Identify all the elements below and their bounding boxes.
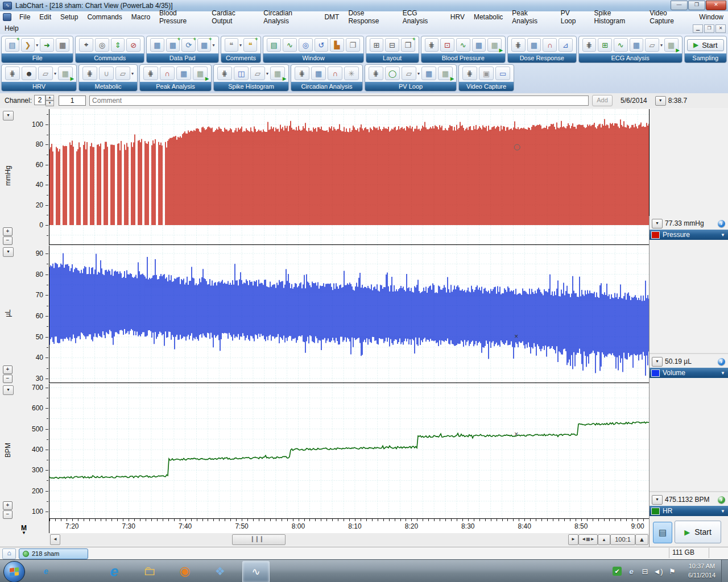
taskbar-ie-small-icon[interactable]: e xyxy=(33,561,59,581)
chart-view-icon[interactable]: ▤ xyxy=(267,38,281,52)
start-orb[interactable] xyxy=(3,561,25,582)
menu-commands[interactable]: Commands xyxy=(82,12,126,22)
bp-table-icon[interactable]: ▦ xyxy=(472,38,486,52)
ecg-table-icon[interactable]: ▦ xyxy=(630,38,644,52)
scroll-right-button[interactable]: ► xyxy=(568,534,578,545)
time-ratio-button[interactable]: 100:1 xyxy=(610,534,635,545)
volume-channel-button[interactable]: Volume ▼ xyxy=(650,368,728,378)
circ-table-icon[interactable]: ▦ xyxy=(311,66,326,80)
find-select-icon[interactable]: ◎ xyxy=(95,38,109,52)
data-pad-schedule-icon-caret[interactable]: ▾ xyxy=(212,43,214,48)
ecg-settings-icon[interactable]: ⋕ xyxy=(582,38,597,52)
find-icon[interactable]: ⌖ xyxy=(79,38,93,52)
mdi-close-button[interactable]: ✕ xyxy=(715,24,726,33)
hr-plot[interactable]: × xyxy=(49,384,650,519)
menu-macro[interactable]: Macro xyxy=(127,12,155,22)
ecg-run-icon[interactable]: ▦▶ xyxy=(664,38,679,52)
menu-help[interactable]: Help xyxy=(0,23,23,34)
tray-flag-icon[interactable]: ⚑ xyxy=(667,566,678,577)
add-comment-button[interactable]: Add xyxy=(592,95,613,106)
start-sampling-toolbar-button[interactable]: ▶Start xyxy=(687,39,724,51)
cascade-new-icon[interactable]: ❐+ xyxy=(401,38,415,52)
pv-settings-icon[interactable]: ⋕ xyxy=(369,66,383,80)
pv-loop-icon[interactable]: ◯ xyxy=(385,66,400,80)
ecg-wave-icon[interactable]: ∿ xyxy=(614,38,628,52)
add-comment-icon[interactable]: ❝+ xyxy=(243,38,257,52)
open-file-icon-caret[interactable]: ▾ xyxy=(36,43,38,48)
hrv-report-icon[interactable]: ▱ xyxy=(38,66,53,80)
pressure-info-icon[interactable]: i xyxy=(718,220,725,227)
circ-schedule-icon[interactable]: ✳ xyxy=(344,66,359,80)
tray-network-icon[interactable]: ⊟ xyxy=(639,566,651,577)
new-chart-icon[interactable]: ▤+ xyxy=(5,38,19,52)
zoom-out-button-pressure[interactable]: − xyxy=(3,236,13,245)
taskbar-media-player-icon[interactable]: ◉ xyxy=(172,561,198,581)
expand-time-button[interactable]: ▲ xyxy=(635,534,648,545)
spike-panels-icon[interactable]: ◫ xyxy=(234,66,249,80)
chart-view-mode-button[interactable]: ▤ xyxy=(653,522,672,543)
taskbar-clock[interactable]: 10:37 AM 6/11/2014 xyxy=(684,562,719,580)
marker-tool[interactable]: M ▼ xyxy=(19,524,28,534)
video-image-icon[interactable]: ▭ xyxy=(495,66,510,80)
hr-range-dropdown[interactable]: ▼ xyxy=(652,495,663,505)
bp-chart-icon[interactable]: ⊡ xyxy=(440,38,454,52)
circ-settings-icon[interactable]: ⋕ xyxy=(295,66,309,80)
taskbar-ie-icon[interactable]: e xyxy=(101,561,127,581)
start-sampling-button[interactable]: ▶ Start xyxy=(675,521,721,543)
spike-report-icon[interactable]: ▱ xyxy=(250,66,265,80)
zoom-in-button-pressure[interactable]: + xyxy=(3,227,13,236)
menu-metabolic[interactable]: Metabolic xyxy=(469,12,507,22)
channel-spin-up[interactable]: ▲ xyxy=(46,95,54,101)
met-report-icon[interactable]: ▱ xyxy=(115,66,130,80)
tray-update-icon[interactable]: e xyxy=(626,566,637,577)
peak-curve-icon[interactable]: ∩ xyxy=(160,66,175,80)
time-axis[interactable]: 7:207:307:407:508:008:108:208:308:408:50… xyxy=(49,518,650,534)
comments-view-icon-caret[interactable]: ▾ xyxy=(239,43,242,48)
time-dropdown-button[interactable]: ▼ xyxy=(655,96,666,106)
hr-channel-button[interactable]: HR ▼ xyxy=(650,506,728,516)
spike-report-icon-caret[interactable]: ▾ xyxy=(266,71,268,76)
menu-window[interactable]: Window xyxy=(694,12,728,22)
channel-number-field[interactable]: 2 xyxy=(34,95,46,105)
zoom-in-button-volume[interactable]: + xyxy=(3,365,13,374)
dr-plot-icon[interactable]: ⊿ xyxy=(559,38,573,52)
ecg-detect-icon[interactable]: ⊞ xyxy=(598,38,612,52)
peak-run-icon[interactable]: ▦▶ xyxy=(193,66,208,80)
dr-table-icon[interactable]: ▦ xyxy=(527,38,541,52)
close-button[interactable]: ✕ xyxy=(706,1,726,10)
dr-curve-icon[interactable]: ∩ xyxy=(543,38,557,52)
hrv-report-icon-caret[interactable]: ▾ xyxy=(54,71,56,76)
bp-wave-icon[interactable]: ∿ xyxy=(456,38,470,52)
pressure-plot[interactable] xyxy=(49,109,650,245)
video-camera-icon[interactable]: ▣ xyxy=(479,66,494,80)
compress-time-button[interactable]: ▴ xyxy=(598,534,610,545)
peak-settings-icon[interactable]: ⋕ xyxy=(143,66,158,80)
comment-number-field[interactable]: 1 xyxy=(59,95,86,106)
bp-run-icon[interactable]: ▦▶ xyxy=(487,38,502,52)
pressure-range-dropdown[interactable]: ▼ xyxy=(652,219,663,228)
scale-icon[interactable]: ⇕ xyxy=(111,38,125,52)
tray-volume-icon[interactable]: ◄) xyxy=(652,566,664,577)
volume-info-icon[interactable]: i xyxy=(718,358,725,365)
scroll-left-button[interactable]: ◄ xyxy=(50,534,60,545)
print-icon[interactable]: ▦ xyxy=(56,38,70,52)
mdi-restore-button[interactable]: ❐ xyxy=(704,24,714,33)
taskbar-labchart-icon[interactable]: ∿ xyxy=(242,561,270,582)
menu-dmt[interactable]: DMT xyxy=(320,12,344,22)
spike-settings-icon[interactable]: ⋕ xyxy=(217,66,232,80)
home-icon[interactable]: ⌂ xyxy=(2,548,16,559)
tile-grid-icon[interactable]: ⊞ xyxy=(370,38,384,52)
menu-setup[interactable]: Setup xyxy=(56,12,82,22)
volume-range-dropdown[interactable]: ▼ xyxy=(652,357,663,367)
xy-view-icon[interactable]: ↺ xyxy=(315,38,329,52)
taskbar-update-icon[interactable]: ❖ xyxy=(207,561,233,581)
taskbar-explorer-icon[interactable]: 🗀 xyxy=(136,561,163,581)
zoom-in-button-hr[interactable]: + xyxy=(3,501,13,510)
mdi-minimize-button[interactable]: ▁ xyxy=(693,24,703,33)
pv-table-icon[interactable]: ▦ xyxy=(421,66,436,80)
spike-run-icon[interactable]: ▦▶ xyxy=(270,66,285,80)
import-icon[interactable]: ➜ xyxy=(40,38,54,52)
ecg-report-icon[interactable]: ▱ xyxy=(645,38,659,52)
comments-view-icon[interactable]: ❝ xyxy=(225,38,238,52)
hrv-contact-icon[interactable]: ☻ xyxy=(22,66,36,80)
